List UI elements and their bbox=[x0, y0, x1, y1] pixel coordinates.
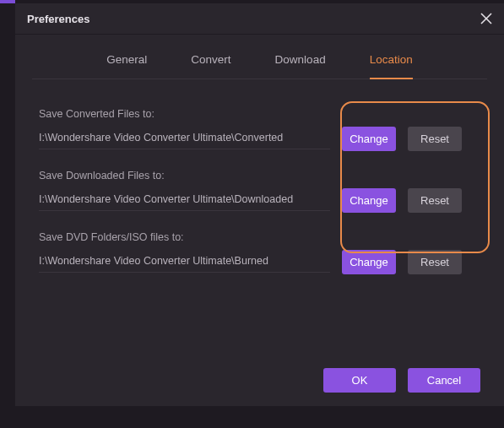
field-row: Change Reset bbox=[39, 188, 480, 213]
titlebar: Preferences bbox=[15, 3, 504, 35]
cancel-button[interactable]: Cancel bbox=[408, 368, 480, 393]
field-row: Change Reset bbox=[39, 127, 480, 151]
dialog-footer: OK Cancel bbox=[15, 368, 504, 406]
change-button-converted[interactable]: Change bbox=[342, 127, 396, 151]
path-input-downloaded[interactable] bbox=[39, 190, 330, 211]
field-converted: Save Converted Files to: Change Reset bbox=[39, 108, 480, 151]
field-row: Change Reset bbox=[39, 250, 480, 274]
tab-general[interactable]: General bbox=[106, 53, 147, 79]
close-button[interactable] bbox=[479, 11, 494, 26]
close-icon bbox=[480, 13, 492, 24]
preferences-dialog: Preferences General Convert Download Loc… bbox=[15, 3, 504, 406]
tab-convert[interactable]: Convert bbox=[191, 53, 230, 79]
field-label-converted: Save Converted Files to: bbox=[39, 108, 480, 120]
tab-download[interactable]: Download bbox=[275, 53, 326, 79]
reset-button-converted[interactable]: Reset bbox=[408, 127, 462, 151]
tab-location[interactable]: Location bbox=[370, 53, 413, 79]
field-label-downloaded: Save Downloaded Files to: bbox=[39, 170, 480, 181]
path-input-dvd[interactable] bbox=[39, 252, 330, 273]
content-area: Save Converted Files to: Change Reset Sa… bbox=[15, 79, 504, 368]
dialog-title: Preferences bbox=[27, 13, 89, 25]
accent-bar bbox=[0, 0, 15, 3]
field-label-dvd: Save DVD Folders/ISO files to: bbox=[39, 231, 480, 243]
change-button-downloaded[interactable]: Change bbox=[342, 188, 396, 213]
change-button-dvd[interactable]: Change bbox=[342, 250, 396, 274]
ok-button[interactable]: OK bbox=[323, 368, 396, 393]
reset-button-dvd[interactable]: Reset bbox=[408, 250, 462, 274]
field-downloaded: Save Downloaded Files to: Change Reset bbox=[39, 170, 480, 213]
path-input-converted[interactable] bbox=[39, 128, 330, 149]
reset-button-downloaded[interactable]: Reset bbox=[408, 188, 462, 213]
field-dvd: Save DVD Folders/ISO files to: Change Re… bbox=[39, 231, 480, 274]
tabs-bar: General Convert Download Location bbox=[32, 35, 487, 79]
